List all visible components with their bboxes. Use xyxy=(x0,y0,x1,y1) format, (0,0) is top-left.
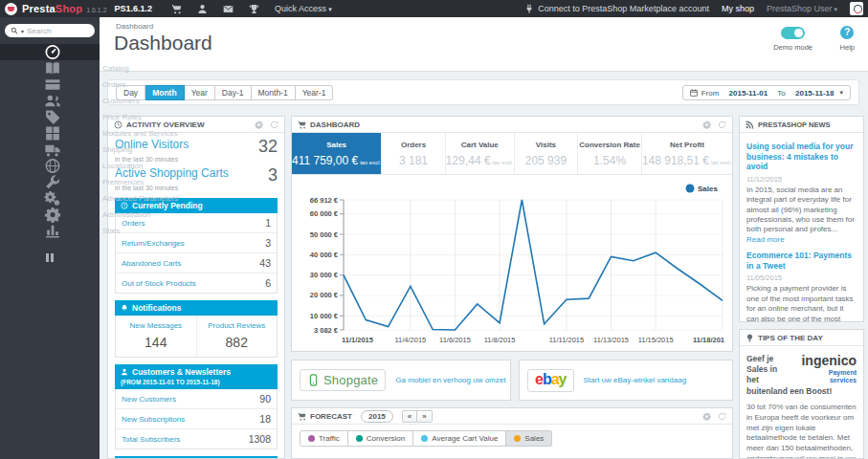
sidebar-item[interactable]: Administration xyxy=(0,207,100,223)
svg-text:11/6/2015: 11/6/2015 xyxy=(439,336,471,344)
panel-refresh-button[interactable] xyxy=(718,120,726,129)
kpi-tile[interactable]: Visits 205 939 xyxy=(515,133,579,174)
sidebar-item[interactable]: Customers xyxy=(0,93,100,109)
forecast-legend-button[interactable]: Sales xyxy=(506,430,552,447)
forecast-next-button[interactable]: » xyxy=(417,410,432,423)
date-range-button[interactable]: From 2015-11-01 To 2015-11-18 ▾ xyxy=(682,85,851,100)
news-article-title[interactable]: Ecommerce 101: Payments in a Tweet xyxy=(746,251,857,271)
panel-settings-button[interactable] xyxy=(702,120,711,129)
bell-icon xyxy=(121,304,128,312)
topbar-menu-icon[interactable] xyxy=(223,4,234,14)
topbar-menu-icon[interactable] xyxy=(171,4,182,14)
panel-refresh-button[interactable] xyxy=(718,412,726,421)
sidebar-item[interactable]: Advanced Parameters xyxy=(0,190,100,207)
ebay-logo[interactable]: ebay xyxy=(527,369,574,392)
version-label: 1.6.1.2 xyxy=(86,7,106,13)
sidebar-item[interactable]: Catalog xyxy=(0,60,100,76)
stat-row-link[interactable]: Return/Exchanges xyxy=(122,239,185,248)
panel-settings-button[interactable] xyxy=(702,412,711,421)
sidebar-item[interactable]: Dashboard xyxy=(0,44,100,60)
panel-title: DASHBOARD xyxy=(310,120,360,129)
stat-row-link[interactable]: Orders xyxy=(122,219,145,228)
prestashop-logo-icon[interactable] xyxy=(5,3,17,15)
notification-column[interactable]: Product Reviews 882 xyxy=(196,316,278,357)
stat-row-value: 43 xyxy=(259,257,271,269)
panel-refresh-button[interactable] xyxy=(270,120,278,129)
svg-text:Sales: Sales xyxy=(698,185,718,193)
sidebar-item[interactable]: Modules and Services xyxy=(0,125,100,142)
sidebar-search[interactable]: ▾ xyxy=(5,24,95,37)
forecast-prev-button[interactable]: « xyxy=(402,410,417,423)
demo-mode-toggle[interactable] xyxy=(781,27,805,39)
forecast-legend-button[interactable]: Conversion xyxy=(348,430,413,447)
phone-icon xyxy=(307,374,320,386)
panel-settings-button[interactable] xyxy=(255,120,263,129)
shopgate-banner[interactable]: Shopgate Ga mobiel en verhoog uw omzet xyxy=(291,360,511,401)
topbar-menu-icon[interactable] xyxy=(197,4,208,14)
stat-row: Total Subscribers 1308 xyxy=(116,429,277,448)
ebay-link[interactable]: Start uw eBay-winkel vandaag xyxy=(584,376,687,384)
cart-icon xyxy=(298,412,306,421)
tips-of-the-day-panel: TIPS OF THE DAY ingenico Payment service… xyxy=(739,329,864,459)
sidebar-item-icon xyxy=(9,125,97,142)
stat-row-link[interactable]: New Subscriptions xyxy=(122,415,185,424)
shopgate-logo[interactable]: Shopgate xyxy=(300,369,386,391)
shop-name[interactable]: PS1.6.1.2 xyxy=(115,4,153,13)
panel-title: PRESTASHOP NEWS xyxy=(758,120,831,129)
sidebar-item[interactable]: Orders xyxy=(0,76,100,93)
forecast-legend-button[interactable]: Average Cart Value xyxy=(413,430,506,447)
forecast-legend-button[interactable]: Traffic xyxy=(300,430,348,447)
legend-dot-icon xyxy=(421,435,428,442)
help-button[interactable]: ? Help xyxy=(840,26,855,52)
quick-access-menu[interactable]: Quick Access▾ xyxy=(275,4,332,13)
sidebar-item[interactable]: Price Rules xyxy=(0,109,100,125)
kpi-tile[interactable]: Cart Value 129,44 €tax excl. xyxy=(446,133,515,174)
stat-row-link[interactable]: New Customers xyxy=(122,395,176,404)
notification-column[interactable]: New Messages 144 xyxy=(116,316,196,357)
news-article-title[interactable]: Using social media for your business: 4 … xyxy=(746,142,857,172)
sidebar-collapse-button[interactable] xyxy=(44,249,56,266)
range-button[interactable]: Month-1 xyxy=(252,85,296,100)
sidebar-item[interactable]: Preferences xyxy=(0,174,100,190)
stat-row-value: 1308 xyxy=(249,433,271,445)
avatar[interactable] xyxy=(850,2,863,15)
topbar-icon-menu xyxy=(164,4,267,14)
search-input[interactable] xyxy=(27,27,79,35)
topbar: PrestaShop 1.6.1.2 PS1.6.1.2 Quick Acces… xyxy=(0,0,868,17)
kpi-tile[interactable]: Conversion Rate 1.54% xyxy=(578,133,642,174)
stat-row-link[interactable]: Total Subscribers xyxy=(122,435,180,444)
marketplace-link[interactable]: Connect to PrestaShop Marketplace accoun… xyxy=(524,4,709,13)
kpi-tile[interactable]: Net Profit 148 918,51 €tax excl. xyxy=(642,133,732,174)
stat-row-link[interactable]: Out of Stock Products xyxy=(122,279,196,288)
sidebar-item-icon xyxy=(9,76,97,93)
sidebar-item[interactable]: Shipping xyxy=(0,142,100,158)
online-visitors-value: 32 xyxy=(258,138,278,155)
shopgate-link[interactable]: Ga mobiel en verhoog uw omzet xyxy=(395,376,505,384)
range-button[interactable]: Day-1 xyxy=(215,85,252,100)
sidebar-item-icon xyxy=(9,158,97,174)
sidebar-item-label: Preferences xyxy=(102,178,144,186)
topbar-menu-icon[interactable] xyxy=(249,4,259,14)
sidebar-item-label: Orders xyxy=(102,80,125,89)
range-button[interactable]: Month xyxy=(145,85,185,100)
legend-dot-icon xyxy=(514,435,521,442)
sidebar-item[interactable]: Stats xyxy=(0,223,100,239)
breadcrumb[interactable]: Dashboard xyxy=(116,22,153,31)
sidebar-item-icon xyxy=(9,207,97,223)
range-button[interactable]: Year xyxy=(185,85,215,100)
kpi-tile[interactable]: Orders 3 181 xyxy=(382,133,446,174)
ebay-banner[interactable]: ebay Start uw eBay-winkel vandaag xyxy=(519,360,733,401)
read-more-link[interactable]: Read more xyxy=(746,235,785,244)
sidebar-item[interactable]: Localization xyxy=(0,158,100,174)
svg-text:11/1/2015: 11/1/2015 xyxy=(342,336,373,344)
stat-row-link[interactable]: Abandoned Carts xyxy=(122,259,181,268)
kpi-label: Net Profit xyxy=(670,141,704,149)
kpi-value: 148 918,51 €tax excl. xyxy=(642,154,732,167)
chevron-down-icon[interactable]: ▾ xyxy=(21,28,24,34)
range-button[interactable]: Year-1 xyxy=(296,85,334,100)
my-shop-link[interactable]: My shop xyxy=(722,4,754,13)
brand[interactable]: PrestaShop xyxy=(22,3,82,14)
kpi-tile[interactable]: Sales 411 759,00 €tax excl. xyxy=(292,133,382,174)
svg-text:11/13/2015: 11/13/2015 xyxy=(593,336,629,344)
user-menu[interactable]: PrestaShop User▾ xyxy=(767,4,837,13)
